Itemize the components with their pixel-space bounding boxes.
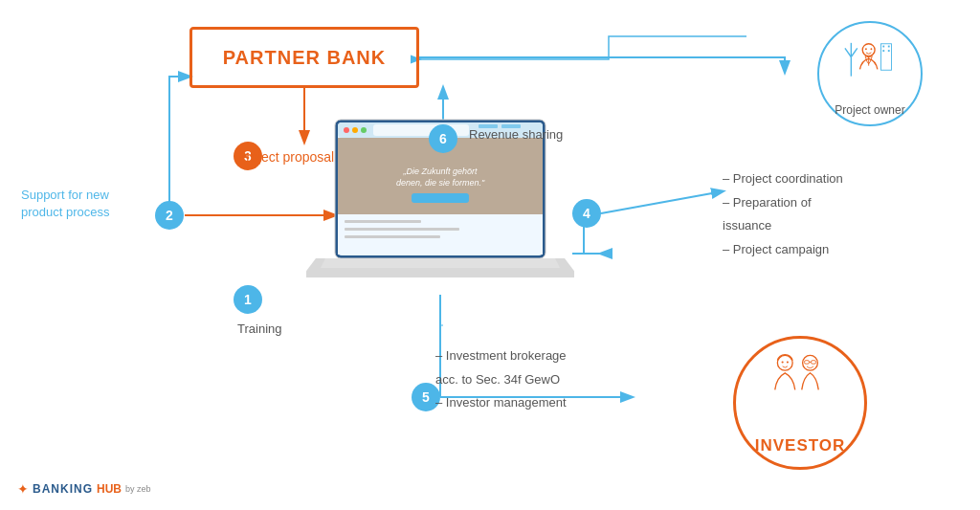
- project-owner-icon: [844, 31, 897, 83]
- svg-rect-19: [804, 361, 809, 365]
- logo-hub: HUB: [97, 482, 122, 496]
- right-bullet-list: Project coordination Preparation of issu…: [723, 167, 843, 262]
- svg-point-17: [787, 361, 789, 363]
- svg-line-4: [844, 48, 850, 56]
- bottom-bullet-list: Investment brokerage acc. to Sec. 34f Ge…: [435, 344, 567, 415]
- logo-banking: BANKING: [33, 482, 93, 496]
- svg-rect-9: [882, 50, 884, 52]
- svg-text:denen, die sie formen.": denen, die sie formen.": [396, 178, 485, 188]
- svg-text:„Die Zukunft gehört: „Die Zukunft gehört: [402, 166, 478, 176]
- bottom-list-item-1: Investment brokerage acc. to Sec. 34f Ge…: [435, 344, 567, 391]
- right-list-item-2: Preparation of issuance: [723, 191, 843, 238]
- logo: ✦ BANKING HUB by zeb: [17, 481, 151, 497]
- svg-rect-38: [345, 228, 459, 231]
- svg-point-15: [777, 355, 792, 370]
- svg-rect-39: [345, 235, 440, 238]
- svg-point-13: [870, 48, 872, 50]
- svg-point-26: [352, 127, 358, 133]
- svg-rect-8: [887, 46, 889, 48]
- svg-line-5: [851, 48, 857, 56]
- svg-point-25: [344, 127, 349, 133]
- investor-icon: [767, 346, 834, 404]
- svg-point-12: [865, 48, 867, 50]
- diagram: PARTNER BANK Proj: [0, 0, 980, 510]
- badge-6: 6: [429, 124, 457, 153]
- investor-label: INVESTOR: [755, 436, 846, 455]
- bottom-list-item-2: Investor management: [435, 391, 567, 415]
- right-list-item-1: Project coordination: [723, 167, 843, 191]
- svg-rect-6: [880, 44, 891, 71]
- svg-point-16: [782, 361, 784, 363]
- training-label: Training: [237, 321, 281, 338]
- logo-icon: ✦: [17, 481, 29, 497]
- investor-circle: INVESTOR: [733, 336, 867, 470]
- project-owner-circle: Project owner: [817, 21, 923, 126]
- badge-4: 4: [572, 199, 601, 228]
- svg-rect-10: [887, 50, 889, 52]
- svg-rect-7: [882, 46, 884, 48]
- svg-point-27: [361, 127, 367, 133]
- revenue-sharing-label: Revenue sharing: [469, 126, 563, 144]
- partner-bank-label: PARTNER BANK: [223, 47, 387, 69]
- badge-1: 1: [234, 285, 262, 314]
- svg-rect-37: [345, 220, 421, 223]
- project-owner-label: Project owner: [835, 103, 904, 117]
- right-list-item-3: Project campaign: [723, 238, 843, 262]
- badge-2: 2: [155, 201, 184, 230]
- support-label: Support for new product process: [21, 187, 145, 221]
- svg-rect-20: [811, 361, 815, 365]
- project-proposal-label: Project proposal: [237, 148, 334, 167]
- svg-rect-35: [412, 193, 469, 203]
- partner-bank-box: PARTNER BANK: [189, 27, 419, 88]
- logo-by: by zeb: [125, 484, 151, 494]
